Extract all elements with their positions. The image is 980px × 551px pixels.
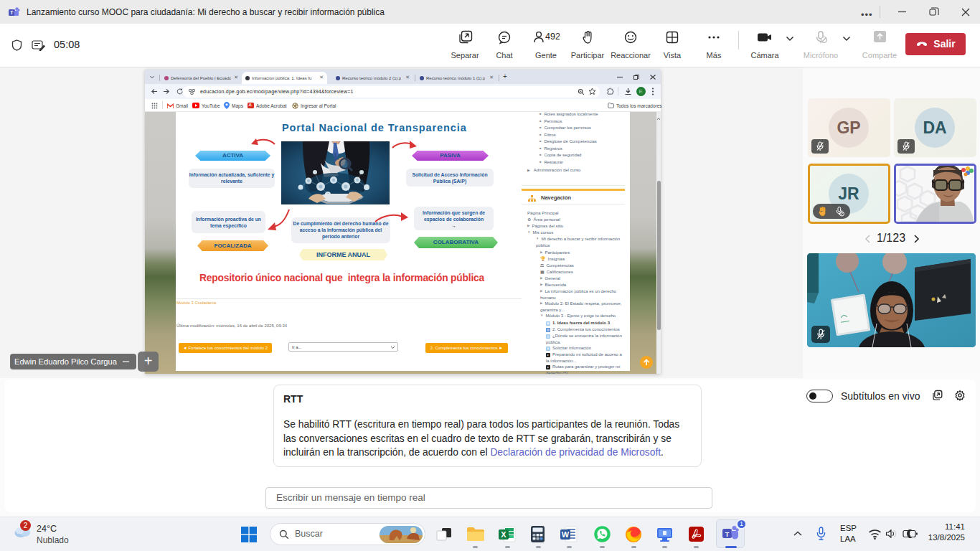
svg-text:T: T: [10, 10, 14, 15]
svg-text:X: X: [501, 530, 507, 539]
svg-text:T: T: [725, 531, 730, 538]
svg-text:W: W: [562, 530, 570, 539]
svg-text:492: 492: [545, 32, 560, 42]
